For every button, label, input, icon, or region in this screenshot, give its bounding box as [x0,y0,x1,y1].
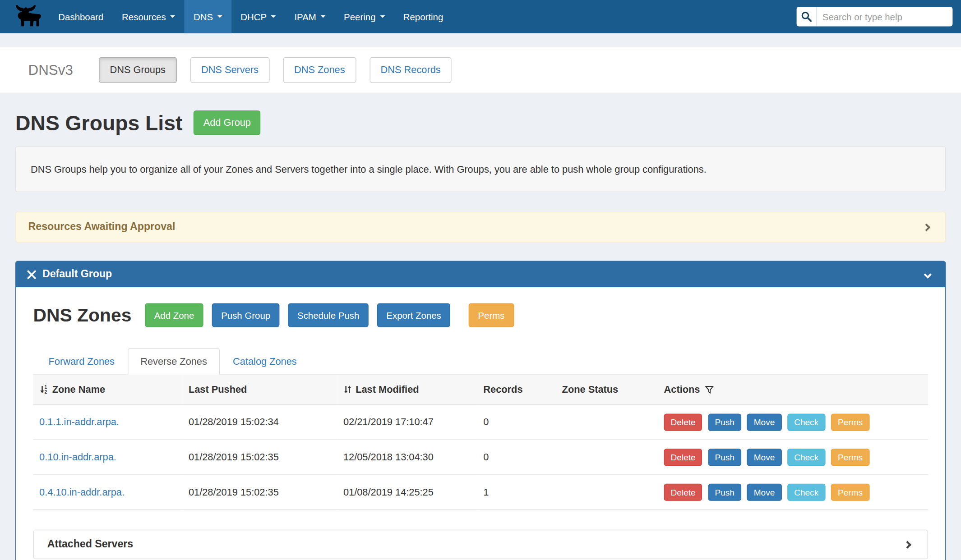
zones-table: 1 2 Zone Name Last Pushed [33,375,928,510]
row-perms-button[interactable]: Perms [831,449,869,466]
default-group-panel-header[interactable]: Default Group [16,262,945,287]
nav-item-peering[interactable]: Peering [335,0,394,33]
delete-button[interactable]: Delete [664,484,702,501]
nav-item-reporting[interactable]: Reporting [394,0,452,33]
export-zones-button[interactable]: Export Zones [377,303,450,327]
close-icon[interactable] [27,270,36,279]
top-navbar: Dashboard Resources DNS DHCP IPAM Peerin… [0,0,961,33]
moose-logo-icon[interactable] [9,0,49,33]
perms-button[interactable]: Perms [469,303,514,327]
push-button[interactable]: Push [708,449,741,466]
zones-tabs: Forward Zones Reverse Zones Catalog Zone… [33,348,928,375]
add-zone-button[interactable]: Add Zone [145,303,203,327]
table-header-row: 1 2 Zone Name Last Pushed [33,375,928,405]
dns-zones-header: DNS Zones Add Zone Push Group Schedule P… [33,303,928,327]
groups-description-text: DNS Groups help you to organize all of y… [31,164,707,174]
chevron-right-icon [904,541,911,548]
header-label: Actions [664,384,700,395]
filter-icon[interactable] [705,386,713,394]
schedule-push-button[interactable]: Schedule Push [288,303,369,327]
zone-name-link[interactable]: 0.1.1.in-addr.arpa. [39,417,119,427]
column-header-zone-name[interactable]: 1 2 Zone Name [33,375,183,405]
push-button[interactable]: Push [708,484,741,501]
row-perms-button[interactable]: Perms [831,414,869,431]
caret-down-icon [271,15,276,18]
actions-cell: Delete Push Move Check Perms [658,405,928,440]
subnav-dns-records-button[interactable]: DNS Records [370,57,452,83]
last-pushed-cell: 01/28/2019 15:02:35 [182,475,337,510]
resources-awaiting-approval-panel[interactable]: Resources Awaiting Approval [15,212,946,243]
sort-numeric-icon: 1 2 [39,385,48,394]
nav-item-dashboard[interactable]: Dashboard [49,0,113,33]
header-label: Zone Name [52,384,105,395]
zone-status-cell [556,440,658,475]
nav-label: Resources [122,11,166,22]
check-button[interactable]: Check [787,414,825,431]
push-button[interactable]: Push [708,414,741,431]
subnav-dns-servers-button[interactable]: DNS Servers [190,57,269,83]
page-title: DNS Groups List [15,111,182,135]
last-pushed-cell: 01/28/2019 15:02:34 [182,405,337,440]
last-modified-cell: 01/08/2019 14:25:25 [337,475,477,510]
delete-button[interactable]: Delete [664,449,702,466]
delete-button[interactable]: Delete [664,414,702,431]
nav-item-dns[interactable]: DNS [185,0,231,33]
zone-status-cell [556,475,658,510]
default-group-panel: Default Group DNS Zones Add Zone Push Gr… [15,261,946,560]
chevron-down-icon[interactable] [924,271,932,278]
search-input[interactable] [816,7,952,27]
app-root: Dashboard Resources DNS DHCP IPAM Peerin… [0,0,961,560]
header-label: Last Pushed [189,384,247,395]
nav-item-ipam[interactable]: IPAM [285,0,335,33]
tab-forward-zones[interactable]: Forward Zones [36,348,128,375]
caret-down-icon [320,15,325,18]
caret-down-icon [380,15,385,18]
records-cell: 0 [477,405,556,440]
move-button[interactable]: Move [747,449,782,466]
check-button[interactable]: Check [787,449,825,466]
subnav-dns-zones-button[interactable]: DNS Zones [283,57,356,83]
subnav-dns-groups-button[interactable]: DNS Groups [99,57,176,83]
nav-item-resources[interactable]: Resources [113,0,185,33]
navbar-search-group [797,7,953,27]
nav-label: Reporting [403,11,444,22]
approval-panel-title: Resources Awaiting Approval [28,221,176,233]
column-header-records[interactable]: Records [477,375,556,405]
attached-servers-panel[interactable]: Attached Servers [33,530,928,559]
groups-description: DNS Groups help you to organize all of y… [15,146,946,192]
header-label: Records [483,384,522,395]
column-header-actions[interactable]: Actions [658,375,928,405]
push-group-button[interactable]: Push Group [212,303,280,327]
nav-label: DNS [194,11,213,22]
zone-name-link[interactable]: 0.4.10.in-addr.arpa. [39,487,125,497]
tab-reverse-zones[interactable]: Reverse Zones [128,348,220,375]
tab-catalog-zones[interactable]: Catalog Zones [220,348,310,375]
column-header-last-pushed[interactable]: Last Pushed [182,375,337,405]
header-label: Last Modified [356,384,419,395]
dnsv3-subnav: DNSv3 DNS Groups DNS Servers DNS Zones D… [0,46,961,93]
nav-label: DHCP [240,11,267,22]
nav-label: Dashboard [58,11,103,22]
move-button[interactable]: Move [747,414,782,431]
table-row: 0.4.10.in-addr.arpa. 01/28/2019 15:02:35… [33,475,928,510]
header-label: Zone Status [562,384,619,395]
zone-status-cell [556,405,658,440]
add-group-button[interactable]: Add Group [194,110,261,135]
chevron-right-icon [923,223,930,231]
nav-label: IPAM [294,11,316,22]
nav-label: Peering [344,11,375,22]
column-header-last-modified[interactable]: Last Modified [337,375,477,405]
zone-name-link[interactable]: 0.10.in-addr.arpa. [39,452,116,462]
main-content: DNS Groups List Add Group DNS Groups hel… [0,110,961,560]
row-perms-button[interactable]: Perms [831,484,869,501]
actions-cell: Delete Push Move Check Perms [658,475,928,510]
move-button[interactable]: Move [747,484,782,501]
search-icon[interactable] [797,7,817,27]
nav-item-dhcp[interactable]: DHCP [231,0,285,33]
check-button[interactable]: Check [787,484,825,501]
dnsv3-brand: DNSv3 [28,62,73,78]
column-header-zone-status[interactable]: Zone Status [556,375,658,405]
caret-down-icon [217,15,222,18]
caret-down-icon [170,15,175,18]
group-panel-title: Default Group [42,268,112,280]
